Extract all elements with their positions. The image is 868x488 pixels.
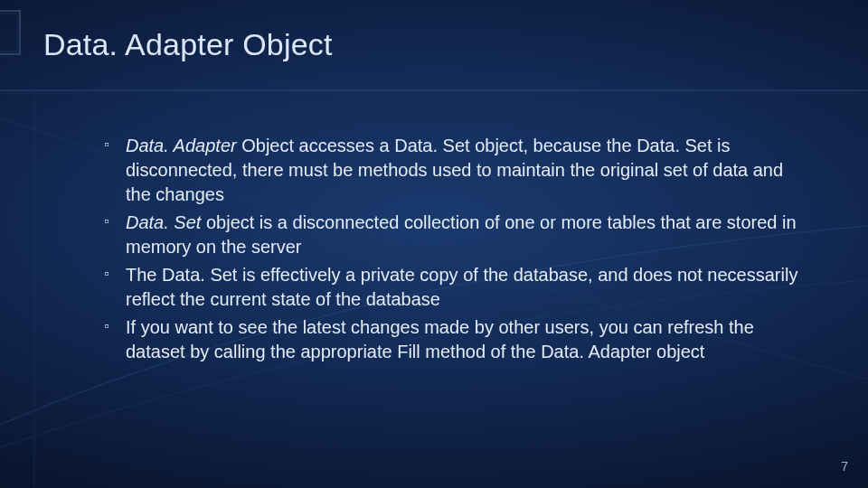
list-item: Data. Adapter Object accesses a Data. Se… bbox=[104, 134, 805, 207]
bullet-lead: Data. Adapter bbox=[126, 136, 237, 155]
slide-title: Data. Adapter Object bbox=[43, 27, 333, 62]
slide: Data. Adapter Object Data. Adapter Objec… bbox=[0, 0, 868, 488]
slide-body: Data. Adapter Object accesses a Data. Se… bbox=[104, 134, 805, 368]
bullet-text: object is a disconnected collection of o… bbox=[126, 212, 797, 257]
bullet-text: The Data. Set is effectively a private c… bbox=[126, 265, 797, 309]
bullet-list: Data. Adapter Object accesses a Data. Se… bbox=[104, 134, 805, 364]
page-number: 7 bbox=[841, 459, 848, 474]
list-item: Data. Set object is a disconnected colle… bbox=[104, 211, 805, 259]
bullet-lead: Data. Set bbox=[126, 212, 201, 232]
list-item: The Data. Set is effectively a private c… bbox=[104, 263, 805, 312]
bullet-text: If you want to see the latest changes ma… bbox=[126, 317, 754, 361]
list-item: If you want to see the latest changes ma… bbox=[104, 315, 805, 364]
